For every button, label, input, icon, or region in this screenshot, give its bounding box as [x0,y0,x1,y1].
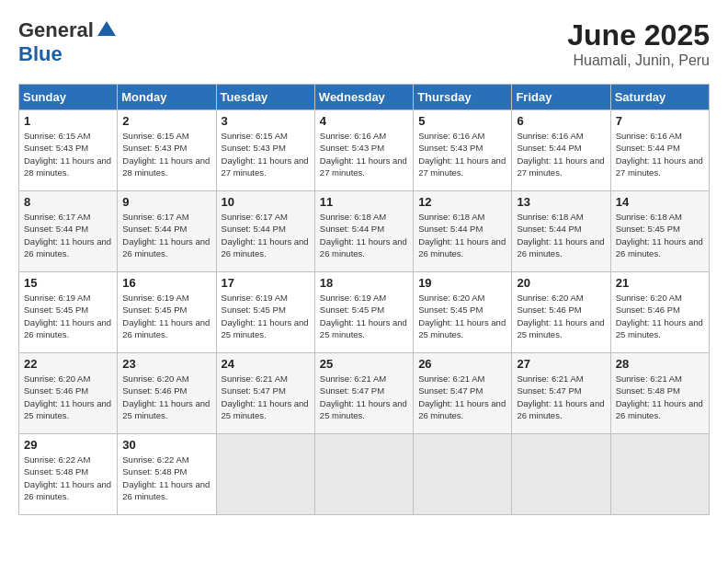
day-number: 13 [517,195,605,209]
logo-general: General [18,18,94,42]
calendar-subtitle: Huamali, Junin, Peru [567,52,710,69]
calendar-cell: 2 Sunrise: 6:15 AM Sunset: 5:43 PM Dayli… [118,110,216,191]
day-number: 5 [418,114,506,128]
day-number: 22 [24,357,112,371]
calendar-cell: 16 Sunrise: 6:19 AM Sunset: 5:45 PM Dayl… [118,272,216,353]
cell-content: Sunrise: 6:21 AM Sunset: 5:47 PM Dayligh… [320,373,408,421]
calendar-cell: 29 Sunrise: 6:22 AM Sunset: 5:48 PM Dayl… [19,434,118,515]
day-header-thursday: Thursday [414,85,512,110]
cell-content: Sunrise: 6:15 AM Sunset: 5:43 PM Dayligh… [24,130,112,178]
svg-marker-0 [97,21,116,36]
calendar-cell: 17 Sunrise: 6:19 AM Sunset: 5:45 PM Dayl… [216,272,314,353]
day-header-sunday: Sunday [19,85,118,110]
day-number: 7 [616,114,704,128]
page-header: General Blue June 2025 Huamali, Junin, P… [18,18,710,69]
cell-content: Sunrise: 6:16 AM Sunset: 5:43 PM Dayligh… [418,130,506,178]
calendar-cell [216,434,314,515]
calendar-week-3: 15 Sunrise: 6:19 AM Sunset: 5:45 PM Dayl… [19,272,710,353]
day-number: 3 [222,114,310,128]
logo-icon [96,19,118,41]
logo-blue: Blue [18,42,63,66]
calendar-week-4: 22 Sunrise: 6:20 AM Sunset: 5:46 PM Dayl… [19,353,710,434]
cell-content: Sunrise: 6:19 AM Sunset: 5:45 PM Dayligh… [122,292,210,340]
day-number: 14 [616,195,704,209]
calendar-cell: 30 Sunrise: 6:22 AM Sunset: 5:48 PM Dayl… [118,434,216,515]
cell-content: Sunrise: 6:20 AM Sunset: 5:46 PM Dayligh… [616,292,704,340]
calendar-cell: 24 Sunrise: 6:21 AM Sunset: 5:47 PM Dayl… [216,353,314,434]
cell-content: Sunrise: 6:15 AM Sunset: 5:43 PM Dayligh… [222,130,310,178]
day-number: 18 [320,276,408,290]
calendar-cell [314,434,413,515]
day-number: 11 [320,195,408,209]
day-number: 19 [418,276,506,290]
cell-content: Sunrise: 6:17 AM Sunset: 5:44 PM Dayligh… [122,211,210,259]
day-number: 20 [517,276,605,290]
calendar-cell: 1 Sunrise: 6:15 AM Sunset: 5:43 PM Dayli… [19,110,118,191]
day-header-wednesday: Wednesday [314,85,413,110]
calendar-week-5: 29 Sunrise: 6:22 AM Sunset: 5:48 PM Dayl… [19,434,710,515]
calendar-cell: 9 Sunrise: 6:17 AM Sunset: 5:44 PM Dayli… [118,191,216,272]
cell-content: Sunrise: 6:20 AM Sunset: 5:46 PM Dayligh… [517,292,605,340]
calendar-cell: 10 Sunrise: 6:17 AM Sunset: 5:44 PM Dayl… [216,191,314,272]
cell-content: Sunrise: 6:19 AM Sunset: 5:45 PM Dayligh… [24,292,112,340]
day-number: 2 [122,114,210,128]
cell-content: Sunrise: 6:18 AM Sunset: 5:44 PM Dayligh… [320,211,408,259]
calendar-cell: 12 Sunrise: 6:18 AM Sunset: 5:44 PM Dayl… [414,191,512,272]
day-number: 1 [24,114,112,128]
calendar-cell [414,434,512,515]
day-number: 23 [122,357,210,371]
title-block: June 2025 Huamali, Junin, Peru [567,18,710,69]
cell-content: Sunrise: 6:16 AM Sunset: 5:43 PM Dayligh… [320,130,408,178]
calendar-cell: 14 Sunrise: 6:18 AM Sunset: 5:45 PM Dayl… [610,191,709,272]
calendar-cell: 20 Sunrise: 6:20 AM Sunset: 5:46 PM Dayl… [512,272,610,353]
day-header-monday: Monday [118,85,216,110]
day-number: 29 [24,438,112,452]
calendar-cell: 25 Sunrise: 6:21 AM Sunset: 5:47 PM Dayl… [314,353,413,434]
cell-content: Sunrise: 6:19 AM Sunset: 5:45 PM Dayligh… [222,292,310,340]
day-number: 8 [24,195,112,209]
calendar-cell: 5 Sunrise: 6:16 AM Sunset: 5:43 PM Dayli… [414,110,512,191]
day-header-friday: Friday [512,85,610,110]
day-number: 24 [222,357,310,371]
cell-content: Sunrise: 6:18 AM Sunset: 5:45 PM Dayligh… [616,211,704,259]
calendar-cell: 15 Sunrise: 6:19 AM Sunset: 5:45 PM Dayl… [19,272,118,353]
cell-content: Sunrise: 6:18 AM Sunset: 5:44 PM Dayligh… [517,211,605,259]
day-number: 4 [320,114,408,128]
day-number: 28 [616,357,704,371]
calendar-title: June 2025 [567,18,710,52]
cell-content: Sunrise: 6:16 AM Sunset: 5:44 PM Dayligh… [616,130,704,178]
cell-content: Sunrise: 6:18 AM Sunset: 5:44 PM Dayligh… [418,211,506,259]
cell-content: Sunrise: 6:20 AM Sunset: 5:46 PM Dayligh… [24,373,112,421]
day-number: 16 [122,276,210,290]
cell-content: Sunrise: 6:21 AM Sunset: 5:47 PM Dayligh… [222,373,310,421]
calendar-week-1: 1 Sunrise: 6:15 AM Sunset: 5:43 PM Dayli… [19,110,710,191]
day-number: 26 [418,357,506,371]
calendar-cell: 18 Sunrise: 6:19 AM Sunset: 5:45 PM Dayl… [314,272,413,353]
day-number: 6 [517,114,605,128]
cell-content: Sunrise: 6:19 AM Sunset: 5:45 PM Dayligh… [320,292,408,340]
calendar-cell: 27 Sunrise: 6:21 AM Sunset: 5:47 PM Dayl… [512,353,610,434]
day-number: 27 [517,357,605,371]
calendar-table: SundayMondayTuesdayWednesdayThursdayFrid… [18,84,710,515]
logo: General Blue [18,18,118,66]
calendar-cell: 6 Sunrise: 6:16 AM Sunset: 5:44 PM Dayli… [512,110,610,191]
day-header-saturday: Saturday [610,85,709,110]
calendar-cell: 22 Sunrise: 6:20 AM Sunset: 5:46 PM Dayl… [19,353,118,434]
day-number: 30 [122,438,210,452]
day-number: 25 [320,357,408,371]
cell-content: Sunrise: 6:21 AM Sunset: 5:47 PM Dayligh… [517,373,605,421]
day-number: 21 [616,276,704,290]
cell-content: Sunrise: 6:22 AM Sunset: 5:48 PM Dayligh… [122,454,210,502]
calendar-cell: 8 Sunrise: 6:17 AM Sunset: 5:44 PM Dayli… [19,191,118,272]
cell-content: Sunrise: 6:16 AM Sunset: 5:44 PM Dayligh… [517,130,605,178]
calendar-cell [610,434,709,515]
cell-content: Sunrise: 6:20 AM Sunset: 5:45 PM Dayligh… [418,292,506,340]
calendar-cell: 3 Sunrise: 6:15 AM Sunset: 5:43 PM Dayli… [216,110,314,191]
cell-content: Sunrise: 6:17 AM Sunset: 5:44 PM Dayligh… [222,211,310,259]
cell-content: Sunrise: 6:21 AM Sunset: 5:48 PM Dayligh… [616,373,704,421]
calendar-cell: 26 Sunrise: 6:21 AM Sunset: 5:47 PM Dayl… [414,353,512,434]
calendar-cell: 4 Sunrise: 6:16 AM Sunset: 5:43 PM Dayli… [314,110,413,191]
cell-content: Sunrise: 6:15 AM Sunset: 5:43 PM Dayligh… [122,130,210,178]
calendar-cell: 7 Sunrise: 6:16 AM Sunset: 5:44 PM Dayli… [610,110,709,191]
calendar-cell: 13 Sunrise: 6:18 AM Sunset: 5:44 PM Dayl… [512,191,610,272]
